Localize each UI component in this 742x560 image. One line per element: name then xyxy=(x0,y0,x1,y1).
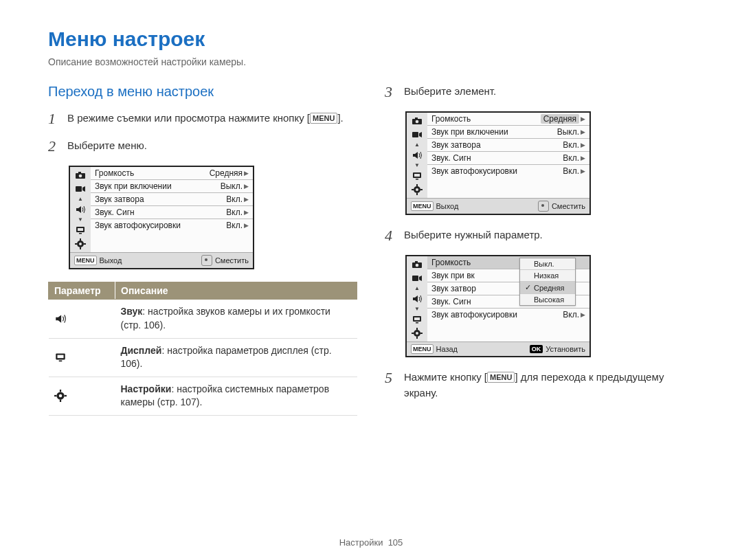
menu-item-label: Звук затвора xyxy=(95,194,144,204)
menu-item-label: Звук автофокусировки xyxy=(431,166,517,176)
menu-item-label: Звук. Сигн xyxy=(431,153,471,163)
menu-item-label: Звук автофокусировки xyxy=(431,310,517,320)
display-icon xyxy=(411,314,423,325)
up-arrow-icon: ▲ xyxy=(414,287,420,291)
svg-rect-27 xyxy=(414,174,420,177)
svg-rect-46 xyxy=(412,333,414,334)
volume-options-panel: Выкл. Низкая ✓Средняя Высокая xyxy=(519,258,576,306)
up-arrow-icon: ▲ xyxy=(414,143,420,147)
param-name: Настройки xyxy=(121,383,172,394)
svg-rect-19 xyxy=(59,400,60,402)
section-title: Переход в меню настроек xyxy=(48,84,357,100)
video-icon xyxy=(74,183,87,194)
svg-rect-21 xyxy=(64,395,66,396)
volume-option: Выкл. xyxy=(534,260,554,268)
svg-point-17 xyxy=(58,394,62,398)
up-arrow-icon: ▲ xyxy=(78,197,83,201)
menu-item-label: Звук автофокусировки xyxy=(95,221,181,230)
gear-icon xyxy=(54,390,67,401)
svg-rect-28 xyxy=(416,179,418,180)
camera-icon xyxy=(411,115,423,126)
selected-value: Средняя xyxy=(541,114,579,124)
svg-rect-11 xyxy=(75,243,77,245)
svg-rect-47 xyxy=(420,333,423,334)
table-row: Настройки: настройка системных параметро… xyxy=(49,377,357,415)
lcd-sidebar: ▲ ▼ xyxy=(407,113,427,198)
menu-badge: MENU xyxy=(487,372,515,383)
lcd-exit-label: Выход xyxy=(100,256,122,265)
menu-badge-small: MENU xyxy=(411,201,434,211)
svg-rect-15 xyxy=(58,361,62,362)
sound-icon xyxy=(411,293,423,304)
table-header-desc: Описание xyxy=(115,282,357,300)
menu-item-label: Громкость xyxy=(431,258,471,267)
joystick-icon xyxy=(538,201,549,212)
lcd-sidebar: ▲ ▼ xyxy=(70,167,91,252)
svg-rect-32 xyxy=(416,193,418,195)
menu-item-label: Звук затвора xyxy=(431,140,481,150)
svg-rect-41 xyxy=(416,322,418,324)
sound-icon xyxy=(54,313,67,324)
step-number: 5 xyxy=(385,370,397,386)
camera-icon xyxy=(411,259,423,270)
svg-point-30 xyxy=(416,188,418,191)
lcd-menu-list: ГромкостьСредняя▶ Звук при включенииВыкл… xyxy=(91,167,253,252)
volume-option-selected: Средняя xyxy=(534,284,564,292)
svg-rect-23 xyxy=(415,117,418,120)
lcd-screenshot-item: ▲ ▼ ГромкостьСредняя▶ Звук при включении… xyxy=(405,111,591,215)
svg-rect-1 xyxy=(78,172,81,174)
svg-point-2 xyxy=(79,175,82,178)
step-number: 4 xyxy=(385,227,397,244)
camera-icon xyxy=(74,170,87,181)
lcd-back-label: Назад xyxy=(436,345,458,353)
svg-rect-40 xyxy=(414,317,420,320)
svg-rect-10 xyxy=(80,247,81,249)
step-number: 2 xyxy=(48,138,60,155)
ok-badge: OK xyxy=(530,345,543,353)
svg-rect-33 xyxy=(412,189,414,190)
joystick-icon xyxy=(201,255,212,266)
lcd-set-label: Установить xyxy=(546,345,585,353)
lcd-screenshot-option: ▲ ▼ Громкость Звук при вк Звук затвор Зв… xyxy=(405,255,591,357)
step-4: 4 Выберите нужный параметр. xyxy=(385,227,694,244)
sound-icon xyxy=(74,204,87,215)
svg-rect-18 xyxy=(59,390,60,392)
svg-rect-3 xyxy=(76,186,82,192)
param-desc: : настройка звуков камеры и их громкости… xyxy=(121,306,330,331)
gear-icon xyxy=(74,238,87,249)
table-row: Звук: настройка звуков камеры и их громк… xyxy=(49,300,357,338)
page-subtitle: Описание возможностей настройки камеры. xyxy=(48,56,694,67)
svg-rect-25 xyxy=(412,132,418,137)
check-icon: ✓ xyxy=(524,283,531,292)
table-header-param: Параметр xyxy=(49,282,115,300)
lcd-sidebar: ▲ ▼ xyxy=(407,256,427,341)
footer-section: Настройки xyxy=(339,537,383,548)
svg-rect-31 xyxy=(416,184,418,186)
step-2-text: Выберите меню. xyxy=(67,138,147,154)
step-1-text-b: . xyxy=(341,112,344,124)
display-icon xyxy=(74,225,87,236)
menu-item-label: Звук. Сигн xyxy=(431,297,471,306)
volume-option: Высокая xyxy=(534,295,564,304)
table-row: Дисплей: настройка параметров дисплея (с… xyxy=(49,338,357,377)
step-5-text-a: Нажмите кнопку [ xyxy=(404,371,487,383)
lcd-move-label: Сместить xyxy=(552,202,585,210)
step-number: 3 xyxy=(385,84,397,100)
menu-item-label: Звук при включении xyxy=(95,181,172,191)
svg-rect-5 xyxy=(78,228,83,231)
lcd-move-label: Сместить xyxy=(215,256,249,265)
menu-item-label: Громкость xyxy=(95,168,134,178)
parameter-table: Параметр Описание Звук: настройка звуков… xyxy=(48,282,357,416)
step-1-text-a: В режиме съемки или просмотра нажмите кн… xyxy=(67,112,304,124)
video-icon xyxy=(411,129,423,140)
volume-option: Низкая xyxy=(534,271,559,280)
step-3: 3 Выберите элемент. xyxy=(385,84,694,100)
svg-rect-6 xyxy=(79,233,82,234)
step-1: 1 В режиме съемки или просмотра нажмите … xyxy=(48,111,357,127)
svg-point-43 xyxy=(416,332,418,335)
param-name: Дисплей xyxy=(121,345,162,356)
sound-icon xyxy=(411,150,423,161)
menu-item-label: Звук. Сигн xyxy=(95,208,135,217)
menu-item-label: Звук при вк xyxy=(431,271,475,280)
down-arrow-icon: ▼ xyxy=(78,218,83,222)
